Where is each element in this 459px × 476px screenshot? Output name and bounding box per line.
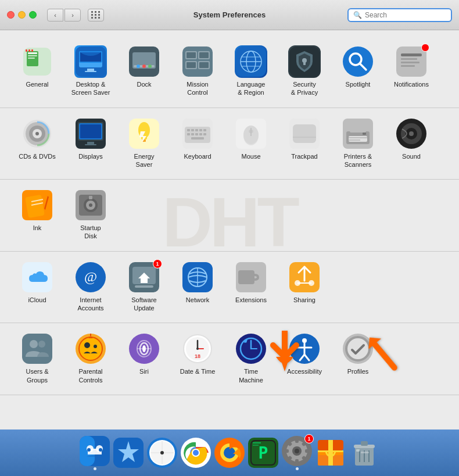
pref-icon-startup[interactable]: StartupDisk: [65, 184, 116, 244]
dock-item-chrome[interactable]: [181, 438, 211, 468]
pref-icon-mission[interactable]: MissionControl: [172, 41, 223, 101]
svg-point-183: [295, 449, 299, 453]
pref-icon-mouse[interactable]: Mouse: [225, 113, 277, 173]
pref-icon-security[interactable]: Security& Privacy: [279, 41, 330, 101]
extensions-icon: [235, 261, 267, 294]
maximize-button[interactable]: [29, 11, 37, 19]
pref-icon-timemachine[interactable]: TimeMachine: [225, 328, 277, 388]
profiles-icon: [342, 332, 374, 365]
pref-icon-users[interactable]: Users &Groups: [12, 328, 63, 388]
accessibility-label: Accessibility: [287, 367, 322, 375]
pref-icon-parental[interactable]: ParentalControls: [65, 328, 116, 388]
dock-item-pixelmator[interactable]: P: [248, 438, 278, 468]
pref-icon-internet[interactable]: @ InternetAccounts: [65, 256, 116, 316]
pref-icon-icloud[interactable]: iCloud: [12, 256, 63, 316]
main-content: DHT General: [0, 30, 459, 430]
pref-icon-datetime[interactable]: 18 Date & Time: [172, 328, 223, 388]
pref-icon-energy[interactable]: EnergySaver: [119, 113, 170, 173]
svg-point-50: [35, 132, 39, 135]
finder-icon: [80, 436, 110, 466]
svg-rect-54: [80, 124, 101, 138]
parental-icon: [74, 332, 107, 365]
svg-rect-194: [328, 450, 333, 466]
chrome-icon: [181, 438, 211, 468]
personal-section: General Desktop &Screen Saver: [0, 36, 459, 108]
dock-item-trash[interactable]: [349, 438, 379, 468]
svg-rect-6: [28, 49, 30, 52]
pref-icon-spotlight[interactable]: Spotlight: [332, 41, 383, 101]
sound-label: Sound: [402, 152, 421, 160]
internet-icons-row: iCloud @ InternetAccounts: [12, 256, 447, 316]
back-button[interactable]: ‹: [47, 9, 63, 22]
general-label: General: [26, 80, 48, 88]
launchpad-icon: [113, 438, 144, 468]
pref-icon-cds[interactable]: CDs & DVDs: [12, 113, 63, 173]
svg-point-92: [409, 131, 414, 136]
dock-item-safari[interactable]: [147, 438, 177, 468]
close-button[interactable]: [7, 11, 15, 19]
network-icon: [181, 261, 214, 294]
svg-rect-205: [356, 449, 360, 452]
sharing-icon: [288, 261, 321, 294]
search-box[interactable]: 🔍: [347, 8, 452, 22]
dock-item-firefox[interactable]: [214, 438, 245, 468]
pref-icon-extensions[interactable]: Extensions: [225, 256, 277, 316]
mouse-icon: [235, 117, 267, 150]
pref-icon-language[interactable]: Language& Region: [225, 41, 277, 101]
svg-rect-184: [295, 439, 299, 443]
svg-rect-68: [187, 133, 190, 135]
printers-label: Printers &Scanners: [344, 152, 372, 169]
dock-item-sysprefs[interactable]: 1: [282, 436, 312, 470]
svg-rect-186: [285, 449, 289, 453]
pref-icon-displays[interactable]: Displays: [65, 113, 116, 173]
svg-point-120: [38, 341, 45, 348]
pref-icon-profiles[interactable]: Profiles: [332, 328, 383, 388]
dock-item-finder[interactable]: [80, 436, 110, 470]
general-icon: [21, 45, 53, 78]
search-input[interactable]: [365, 11, 446, 19]
pref-icon-dock[interactable]: Dock: [119, 41, 170, 101]
svg-rect-5: [26, 49, 27, 52]
pref-icon-desktop[interactable]: Desktop &Screen Saver: [65, 41, 116, 101]
minimize-button[interactable]: [18, 11, 26, 19]
desktop-icon: [74, 45, 107, 78]
svg-rect-67: [203, 129, 206, 131]
pref-icon-notifications[interactable]: Notifications: [386, 41, 437, 101]
svg-rect-71: [199, 133, 202, 135]
svg-rect-201: [361, 441, 368, 446]
svg-rect-42: [401, 53, 422, 56]
datetime-label: Date & Time: [180, 367, 216, 375]
svg-point-19: [148, 65, 152, 68]
pref-icon-sharing[interactable]: Sharing: [279, 256, 330, 316]
pref-icon-siri[interactable]: Siri: [119, 328, 170, 388]
svg-rect-69: [191, 133, 194, 135]
users-label: Users &Groups: [26, 367, 48, 384]
keyboard-label: Keyboard: [184, 152, 211, 160]
pref-icon-network[interactable]: Network: [172, 256, 223, 316]
pref-icon-ink[interactable]: Ink: [12, 184, 63, 244]
dock-item-giftbox[interactable]: [315, 438, 346, 468]
grid-view-button[interactable]: [88, 9, 104, 22]
datetime-icon: 18: [181, 332, 214, 365]
forward-button[interactable]: ›: [64, 9, 81, 22]
window-title: System Preferences: [193, 10, 266, 19]
svg-text:18: 18: [195, 353, 200, 359]
pref-icon-sound[interactable]: Sound: [386, 113, 437, 173]
dock-item-launchpad[interactable]: [113, 438, 144, 468]
pref-icon-printers[interactable]: Printers &Scanners: [332, 113, 383, 173]
mission-icon: [181, 45, 214, 78]
svg-rect-108: [135, 285, 153, 288]
software-badge: 1: [153, 259, 162, 269]
pref-icon-software[interactable]: 1 SoftwareUpdate: [119, 256, 170, 316]
pref-icon-accessibility[interactable]: Accessibility: [279, 328, 330, 388]
timemachine-icon: [235, 332, 267, 365]
displays-label: Displays: [78, 152, 103, 160]
pref-icon-general[interactable]: General: [12, 41, 63, 101]
pref-icon-trackpad[interactable]: Trackpad: [279, 113, 330, 173]
svg-rect-70: [195, 133, 198, 135]
svg-rect-72: [203, 133, 206, 135]
svg-rect-63: [187, 129, 190, 131]
svg-rect-13: [85, 71, 96, 72]
pref-icon-keyboard[interactable]: Keyboard: [172, 113, 223, 173]
svg-rect-178: [253, 442, 261, 443]
